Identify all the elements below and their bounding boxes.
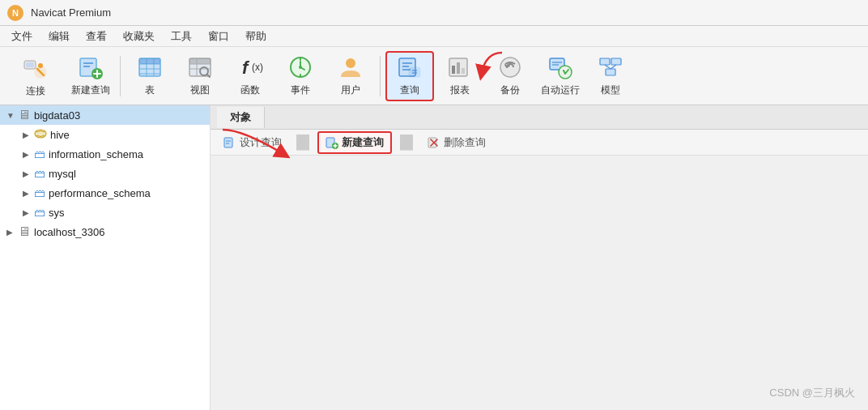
tab-objects[interactable]: 对象	[217, 107, 265, 128]
expand-arrow-information-schema: ▶	[23, 150, 34, 159]
svg-rect-45	[457, 62, 460, 74]
event-button[interactable]: 事件	[276, 51, 325, 101]
backup-button[interactable]: 备份	[486, 51, 534, 101]
model-icon	[598, 54, 623, 80]
query-label: 查询	[400, 83, 419, 97]
svg-rect-3	[26, 62, 34, 67]
server-icon-bigdata03: 🖥	[18, 108, 31, 122]
menu-window[interactable]: 窗口	[200, 28, 237, 45]
server-icon-localhost: 🖥	[18, 224, 31, 239]
menu-help[interactable]: 帮助	[237, 28, 274, 45]
table-label: 表	[145, 83, 155, 97]
hive-icon	[34, 127, 47, 143]
app-title: Navicat Premium	[31, 6, 111, 19]
query-button[interactable]: 查询	[385, 51, 434, 101]
svg-rect-54	[600, 58, 610, 65]
ct-sep	[296, 135, 309, 151]
new-query-content-icon	[326, 136, 338, 149]
expand-arrow-mysql: ▶	[23, 169, 34, 178]
ct-sep2	[400, 135, 413, 151]
table-icon	[137, 54, 163, 80]
new-query-toolbar-label: 新建查询	[71, 83, 110, 97]
model-label: 模型	[601, 83, 620, 97]
mysql-label: mysql	[49, 168, 76, 180]
sidebar-item-performance-schema[interactable]: ▶ 🗃 performance_schema	[0, 183, 210, 203]
svg-line-57	[605, 65, 611, 69]
report-icon	[447, 54, 473, 80]
new-query-content-button[interactable]: 新建查询	[317, 131, 392, 154]
bigdata03-label: bigdata03	[34, 109, 80, 122]
delete-query-icon	[428, 136, 440, 149]
toolbar: 连接 新建查询	[0, 47, 868, 105]
menu-file[interactable]: 文件	[3, 28, 40, 45]
menu-tools[interactable]: 工具	[163, 28, 200, 45]
svg-point-47	[500, 58, 520, 77]
delete-query-button[interactable]: 删除查询	[421, 133, 492, 152]
expand-arrow-localhost: ▶	[6, 228, 18, 237]
db-icon-mysql: 🗃	[34, 167, 45, 180]
svg-text:f: f	[242, 58, 250, 78]
svg-text:(x): (x)	[252, 62, 263, 73]
new-query-toolbar-button[interactable]: 新建查询	[66, 51, 115, 101]
design-query-button[interactable]: 设计查询	[217, 133, 288, 152]
autorun-button[interactable]: 自动运行	[536, 51, 585, 101]
connect-icon	[23, 54, 49, 83]
menu-view[interactable]: 查看	[78, 28, 115, 45]
watermark: CSDN @三月枫火	[769, 386, 855, 400]
new-query-content-label: 新建查询	[342, 135, 384, 150]
app-logo: N	[6, 4, 24, 22]
report-button[interactable]: 报表	[436, 51, 484, 101]
view-icon	[187, 54, 213, 80]
svg-rect-19	[139, 58, 160, 64]
sidebar-item-mysql[interactable]: ▶ 🗃 mysql	[0, 164, 210, 183]
title-bar: N Navicat Premium	[0, 0, 868, 26]
report-label: 报表	[450, 83, 470, 97]
svg-rect-44	[452, 66, 455, 74]
hive-label: hive	[50, 129, 70, 141]
svg-rect-67	[428, 138, 436, 147]
user-label: 用户	[341, 83, 360, 97]
svg-rect-46	[462, 68, 465, 74]
svg-rect-55	[611, 58, 621, 65]
function-button[interactable]: f (x) 函数	[226, 51, 274, 101]
view-button[interactable]: 视图	[176, 51, 224, 101]
user-button[interactable]: 用户	[326, 51, 375, 101]
design-query-icon	[223, 136, 236, 149]
toolbar-sep-2	[380, 56, 381, 96]
model-button[interactable]: 模型	[586, 51, 635, 101]
svg-rect-56	[606, 69, 615, 75]
svg-line-58	[611, 65, 616, 69]
query-icon	[397, 54, 423, 80]
db-icon-sys: 🗃	[34, 206, 45, 219]
information-schema-label: information_schema	[49, 148, 143, 160]
sidebar-item-information-schema[interactable]: ▶ 🗃 information_schema	[0, 144, 210, 164]
content-area: 对象 设计查询	[211, 105, 868, 410]
svg-rect-40	[409, 67, 420, 77]
svg-rect-21	[189, 58, 211, 64]
db-icon-performance-schema: 🗃	[34, 186, 45, 199]
menu-favorites[interactable]: 收藏夹	[115, 28, 163, 45]
delete-query-label: 删除查询	[444, 135, 486, 150]
content-body	[211, 156, 868, 410]
menu-edit[interactable]: 编辑	[40, 28, 78, 45]
svg-point-6	[38, 63, 43, 68]
content-toolbar: 设计查询 新建查询	[211, 130, 868, 156]
svg-rect-60	[224, 138, 232, 147]
main-area: ▼ 🖥 bigdata03 ▶ hive ▶ 🗃	[0, 105, 868, 410]
expand-arrow-hive: ▶	[23, 130, 34, 139]
event-label: 事件	[291, 83, 310, 97]
backup-icon	[497, 54, 523, 80]
sidebar-item-sys[interactable]: ▶ 🗃 sys	[0, 203, 210, 222]
svg-text:N: N	[12, 8, 19, 18]
sidebar-item-hive[interactable]: ▶ hive	[0, 125, 210, 144]
expand-arrow-sys: ▶	[23, 208, 34, 217]
function-label: 函数	[240, 83, 260, 97]
svg-point-35	[346, 58, 355, 68]
sidebar-item-bigdata03[interactable]: ▼ 🖥 bigdata03	[0, 105, 210, 125]
function-icon: f (x)	[237, 54, 263, 80]
sidebar-item-localhost-3306[interactable]: ▶ 🖥 localhost_3306	[0, 222, 210, 241]
performance-schema-label: performance_schema	[49, 187, 151, 199]
event-icon	[287, 54, 313, 80]
table-button[interactable]: 表	[126, 51, 174, 101]
connect-button[interactable]: 连接	[6, 51, 65, 101]
